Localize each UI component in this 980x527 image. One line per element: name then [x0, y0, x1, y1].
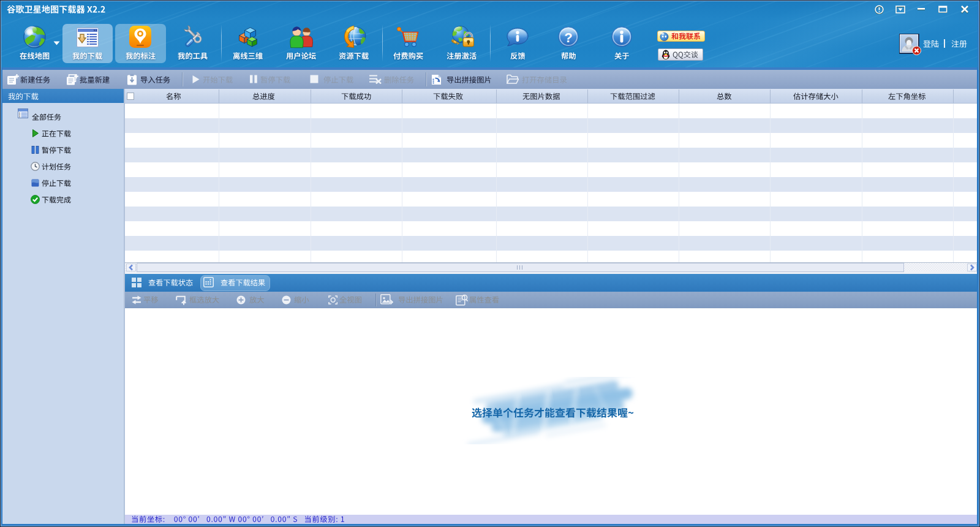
- svg-text:?: ?: [564, 30, 572, 45]
